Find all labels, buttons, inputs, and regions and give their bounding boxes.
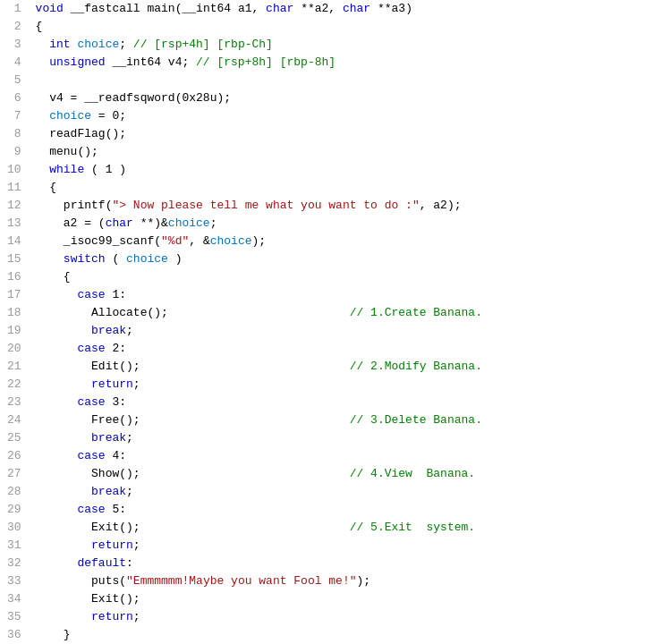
code-line-1: void __fastcall main(__int64 a1, char **… xyxy=(36,0,671,18)
code-line-34: Exit(); xyxy=(36,590,671,608)
code-line-5 xyxy=(36,72,671,89)
code-content: void __fastcall main(__int64 a1, char **… xyxy=(29,0,671,644)
code-line-28: break; xyxy=(36,483,671,501)
code-line-10: while ( 1 ) xyxy=(36,161,671,179)
code-line-8: readFlag(); xyxy=(36,125,671,143)
code-line-35: return; xyxy=(36,608,671,626)
code-line-11: { xyxy=(36,179,671,197)
code-line-7: choice = 0; xyxy=(36,107,671,125)
code-line-19: break; xyxy=(36,322,671,340)
code-line-31: return; xyxy=(36,537,671,555)
code-line-14: _isoc99_scanf("%d", &choice); xyxy=(36,233,671,250)
code-editor: 1 2 3 4 5 6 7 8 9 10 11 12 13 14 15 16 1… xyxy=(0,0,671,644)
code-line-33: puts("Emmmmmm!Maybe you want Fool me!"); xyxy=(36,572,671,590)
code-line-32: default: xyxy=(36,555,671,572)
code-line-20: case 2: xyxy=(36,340,671,358)
line-numbers: 1 2 3 4 5 6 7 8 9 10 11 12 13 14 15 16 1… xyxy=(0,0,29,644)
code-line-27: Show(); // 4.View Banana. xyxy=(36,465,671,483)
code-line-12: printf("> Now please tell me what you wa… xyxy=(36,197,671,215)
code-line-29: case 5: xyxy=(36,501,671,519)
code-line-6: v4 = __readfsqword(0x28u); xyxy=(36,89,671,107)
code-line-16: { xyxy=(36,268,671,286)
code-line-26: case 4: xyxy=(36,447,671,465)
code-line-22: return; xyxy=(36,376,671,394)
code-line-3: int choice; // [rsp+4h] [rbp-Ch] xyxy=(36,36,671,54)
code-line-36: } xyxy=(36,626,671,644)
code-line-2: { xyxy=(36,18,671,36)
code-line-17: case 1: xyxy=(36,286,671,304)
code-line-25: break; xyxy=(36,429,671,447)
code-line-4: unsigned __int64 v4; // [rsp+8h] [rbp-8h… xyxy=(36,54,671,72)
code-line-18: Allocate(); // 1.Create Banana. xyxy=(36,304,671,322)
code-line-9: menu(); xyxy=(36,143,671,161)
code-line-30: Exit(); // 5.Exit system. xyxy=(36,519,671,537)
code-line-24: Free(); // 3.Delete Banana. xyxy=(36,411,671,429)
code-line-23: case 3: xyxy=(36,394,671,411)
code-line-13: a2 = (char **)&choice; xyxy=(36,215,671,233)
code-line-15: switch ( choice ) xyxy=(36,250,671,268)
code-line-21: Edit(); // 2.Modify Banana. xyxy=(36,358,671,376)
